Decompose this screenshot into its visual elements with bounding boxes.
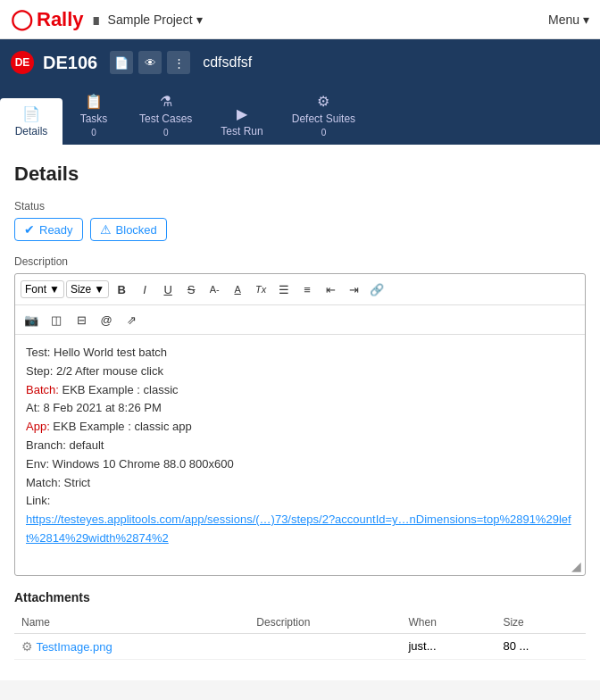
ready-label: Ready [39, 223, 73, 237]
menu-label: Menu [548, 12, 579, 27]
status-label: Status [14, 200, 586, 212]
nav-left: ◯ Rally ∎ Sample Project ▾ [11, 8, 203, 31]
project-chevron-icon: ▾ [196, 12, 203, 27]
editor-line-9: Link: [26, 492, 574, 511]
resize-handle[interactable]: ◢ [15, 557, 585, 575]
mention-button[interactable]: @ [96, 309, 117, 330]
italic-button[interactable]: I [134, 279, 155, 300]
attachments-section: Attachments Name Description When Size ⚙… [14, 590, 586, 660]
attachment-description [249, 633, 401, 659]
attachment-gear-cell: ⚙ TestImage.png [14, 633, 249, 659]
project-name: Sample Project [108, 12, 193, 27]
editor-line-2: Step: 2/2 After mouse click [26, 362, 574, 381]
attachment-filename[interactable]: TestImage.png [36, 640, 112, 654]
indent-right-button[interactable]: ⇥ [343, 279, 364, 300]
attachments-table: Name Description When Size ⚙ TestImage.p… [14, 612, 586, 660]
blocked-button[interactable]: ⚠ Blocked [90, 218, 167, 241]
editor-line-1: Test: Hello World test batch [26, 344, 574, 362]
editor-line-6: Branch: default [26, 437, 574, 455]
ellipsis-icon[interactable]: ⋮ [167, 51, 190, 74]
rally-logo-text: Rally [37, 8, 84, 31]
table-insert-button[interactable]: ◫ [46, 309, 67, 330]
status-section: Status ✔ Ready ⚠ Blocked [14, 200, 586, 241]
tabs-bar: 📄 Details 📋 Tasks 0 ⚗ Test Cases 0 ▶ Tes… [0, 86, 600, 145]
editor-toolbar: Font ▼ Size ▼ B I U S A- A Tx ☰ ≡ ⇤ ⇥ 🔗 [15, 274, 585, 305]
details-tab-icon: 📄 [22, 105, 40, 122]
unordered-list-button[interactable]: ≡ [296, 279, 318, 300]
item-id: DE106 [43, 53, 97, 73]
tab-test-run[interactable]: ▶ Test Run [206, 98, 277, 145]
highlight-button[interactable]: A [227, 279, 248, 300]
item-title: cdfsdfsf [203, 54, 252, 71]
size-chevron-icon: ▼ [94, 283, 104, 296]
description-label: Description [14, 255, 586, 268]
description-section: Description Font ▼ Size ▼ B I U S A- A T… [14, 255, 586, 576]
eye-icon[interactable]: 👁 [138, 51, 162, 74]
attachments-label: Attachments [14, 590, 586, 604]
strikethrough-button[interactable]: S [180, 279, 202, 300]
tab-test-cases[interactable]: ⚗ Test Cases 0 [125, 86, 206, 145]
editor-body[interactable]: Test: Hello World test batch Step: 2/2 A… [15, 335, 585, 557]
editor-line-3: Batch: EKB Example : classic [26, 381, 574, 400]
rally-logo-icon: ◯ [11, 8, 33, 31]
top-navbar: ◯ Rally ∎ Sample Project ▾ Menu ▾ [0, 0, 600, 39]
defect-suites-tab-label: Defect Suites [292, 112, 355, 125]
editor-line-10[interactable]: https://testeyes.applitools.com/app/sess… [26, 511, 574, 548]
test-run-tab-label: Test Run [221, 125, 262, 138]
tasks-tab-count: 0 [91, 128, 96, 138]
tab-details[interactable]: 📄 Details [0, 98, 62, 145]
item-badge: DE [11, 51, 34, 74]
blocked-label: Blocked [116, 223, 157, 237]
details-tab-label: Details [15, 125, 48, 138]
item-header-icons: 📄 👁 ⋮ [110, 51, 190, 74]
font-dropdown[interactable]: Font ▼ [21, 280, 64, 298]
attachments-table-header: Name Description When Size [14, 612, 586, 634]
clear-format-button[interactable]: Tx [250, 279, 271, 300]
link-button[interactable]: 🔗 [366, 279, 388, 300]
project-selector[interactable]: Sample Project ▾ [108, 12, 203, 27]
font-label: Font [25, 283, 46, 296]
defect-suites-tab-count: 0 [321, 128, 327, 138]
image-insert-button[interactable]: 📷 [21, 309, 42, 330]
editor-line-8: Match: Strict [26, 474, 574, 493]
editor-container: Font ▼ Size ▼ B I U S A- A Tx ☰ ≡ ⇤ ⇥ 🔗 [14, 273, 586, 576]
table2-insert-button[interactable]: ⊟ [71, 309, 92, 330]
ready-button[interactable]: ✔ Ready [14, 218, 83, 241]
bold-button[interactable]: B [111, 279, 132, 300]
attachment-size: 80 ... [496, 633, 586, 659]
table-row: ⚙ TestImage.png just... 80 ... [14, 633, 586, 659]
expand-button[interactable]: ⇗ [121, 309, 142, 330]
editor-toolbar-row2: 📷 ◫ ⊟ @ ⇗ [15, 305, 585, 335]
page-title: Details [14, 162, 586, 186]
document-icon[interactable]: 📄 [110, 51, 133, 74]
tab-tasks[interactable]: 📋 Tasks 0 [62, 86, 125, 145]
test-cases-tab-count: 0 [163, 128, 169, 138]
col-size: Size [496, 612, 586, 634]
menu-selector[interactable]: Menu ▾ [548, 12, 589, 27]
test-cases-tab-icon: ⚗ [160, 93, 172, 110]
tasks-tab-icon: 📋 [85, 93, 103, 110]
test-run-tab-icon: ▶ [237, 105, 247, 122]
editor-line-5: App: EKB Example : classic app [26, 418, 574, 437]
grid-icon[interactable]: ∎ [91, 10, 101, 29]
attachment-when: just... [401, 633, 496, 659]
col-when: When [401, 612, 496, 634]
size-dropdown[interactable]: Size ▼ [66, 280, 109, 298]
col-description: Description [249, 612, 401, 634]
rally-logo[interactable]: ◯ Rally [11, 8, 84, 31]
editor-line-7: Env: Windows 10 Chrome 88.0 800x600 [26, 455, 574, 474]
defect-suites-tab-icon: ⚙ [317, 93, 329, 110]
menu-chevron-icon: ▾ [583, 12, 589, 27]
font-chevron-icon: ▼ [49, 283, 60, 296]
indent-left-button[interactable]: ⇤ [320, 279, 341, 300]
test-cases-tab-label: Test Cases [139, 112, 192, 125]
tasks-tab-label: Tasks [80, 112, 108, 125]
ordered-list-button[interactable]: ☰ [273, 279, 295, 300]
editor-line-4: At: 8 Feb 2021 at 8:26 PM [26, 399, 574, 418]
item-header: DE DE106 📄 👁 ⋮ cdfsdfsf [0, 39, 600, 86]
blocked-check-icon: ⚠ [100, 222, 112, 237]
font-color-button[interactable]: A- [204, 279, 225, 300]
tab-defect-suites[interactable]: ⚙ Defect Suites 0 [278, 86, 370, 145]
underline-button[interactable]: U [157, 279, 179, 300]
attachment-gear-icon[interactable]: ⚙ [21, 639, 33, 654]
